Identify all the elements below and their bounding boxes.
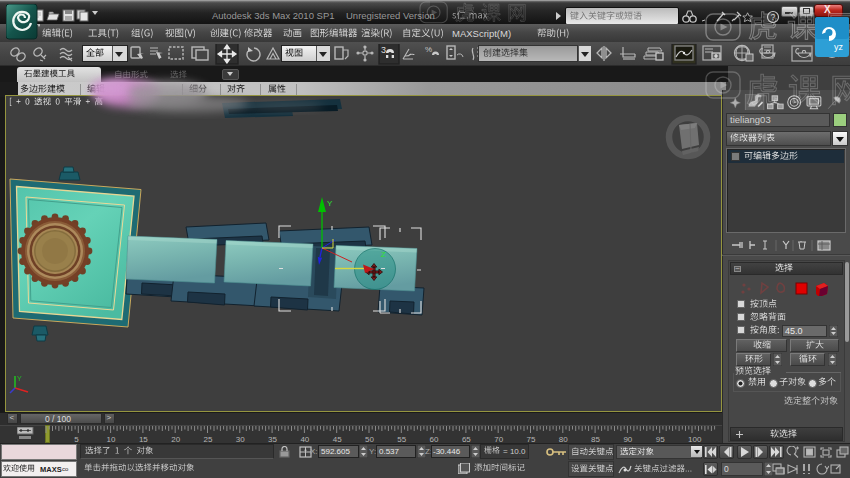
svg-text:15: 15 [139, 435, 148, 443]
svg-text:5: 5 [74, 435, 79, 443]
svg-text:3: 3 [381, 45, 386, 55]
svg-text:65: 65 [462, 435, 471, 443]
svg-text:50: 50 [365, 435, 374, 443]
svg-text:20: 20 [171, 435, 180, 443]
svg-text:70: 70 [494, 435, 503, 443]
svg-text:25: 25 [204, 435, 213, 443]
svg-text:Y: Y [327, 199, 333, 208]
svg-text:Y: Y [17, 375, 22, 382]
svg-text:60: 60 [430, 435, 439, 443]
svg-text:95: 95 [656, 435, 665, 443]
svg-text:80: 80 [559, 435, 568, 443]
svg-text:100: 100 [688, 435, 702, 443]
svg-text:?: ? [771, 12, 776, 22]
svg-text:75: 75 [527, 435, 536, 443]
svg-text:45: 45 [333, 435, 342, 443]
svg-text:55: 55 [397, 435, 406, 443]
svg-text:%: % [425, 45, 432, 54]
svg-text:35: 35 [268, 435, 277, 443]
svg-text:85: 85 [591, 435, 600, 443]
svg-text:Z: Z [381, 250, 386, 259]
svg-text:90: 90 [623, 435, 632, 443]
svg-text:10: 10 [107, 435, 116, 443]
svg-text:40: 40 [300, 435, 309, 443]
svg-text:30: 30 [236, 435, 245, 443]
